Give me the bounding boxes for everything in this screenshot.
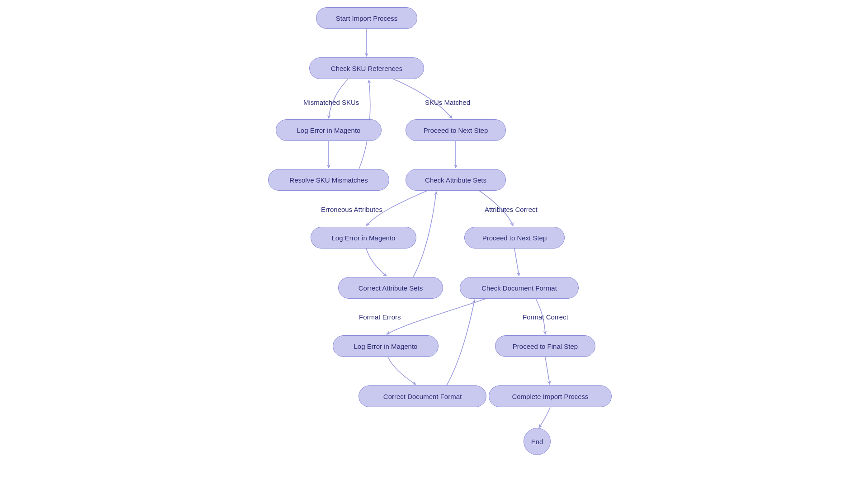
edge-complete-to-end	[539, 407, 550, 428]
node-resolve-sku[interactable]: Resolve SKU Mismatches	[268, 169, 389, 191]
node-correct-doc[interactable]: Correct Document Format	[359, 385, 486, 407]
node-label: Log Error in Magento	[332, 234, 396, 242]
edge-proceed-final-to-complete	[545, 357, 550, 385]
node-label: Proceed to Next Step	[482, 234, 547, 242]
flowchart-arrows	[0, 0, 868, 488]
node-label: Log Error in Magento	[354, 343, 418, 350]
node-label: Check SKU References	[331, 65, 402, 72]
node-label: Check Document Format	[481, 284, 557, 292]
node-log-error-3[interactable]: Log Error in Magento	[333, 335, 439, 357]
node-proceed-2[interactable]: Proceed to Next Step	[464, 227, 565, 249]
edge-label-erroneous-attributes: Erroneous Attributes	[321, 206, 382, 213]
node-check-attr[interactable]: Check Attribute Sets	[406, 169, 506, 191]
node-log-error-2[interactable]: Log Error in Magento	[311, 227, 416, 249]
node-check-sku[interactable]: Check SKU References	[309, 57, 424, 79]
edge-correct-doc-to-check-doc	[447, 300, 475, 385]
node-label: Complete Import Process	[512, 393, 588, 400]
node-proceed-final[interactable]: Proceed to Final Step	[495, 335, 595, 357]
node-complete-import[interactable]: Complete Import Process	[489, 385, 612, 407]
node-label: Start Import Process	[336, 14, 398, 22]
node-check-doc[interactable]: Check Document Format	[460, 277, 579, 299]
node-label: Proceed to Next Step	[424, 127, 488, 134]
node-label: Check Attribute Sets	[425, 176, 486, 184]
node-label: Log Error in Magento	[297, 127, 361, 134]
node-label: Proceed to Final Step	[513, 343, 578, 350]
node-start-import[interactable]: Start Import Process	[316, 7, 417, 29]
node-proceed-1[interactable]: Proceed to Next Step	[406, 119, 506, 141]
node-label: Correct Attribute Sets	[359, 284, 423, 292]
node-log-error-1[interactable]: Log Error in Magento	[276, 119, 382, 141]
edge-label-format-errors: Format Errors	[359, 313, 401, 321]
edge-label-attributes-correct: Attributes Correct	[485, 206, 538, 213]
edge-log-2-to-correct-attr	[366, 249, 387, 276]
edge-label-skus-matched: SKUs Matched	[425, 99, 470, 106]
edge-label-format-correct: Format Correct	[523, 313, 568, 321]
node-label: Resolve SKU Mismatches	[289, 176, 368, 184]
node-end[interactable]: End	[524, 428, 551, 455]
node-correct-attr[interactable]: Correct Attribute Sets	[338, 277, 443, 299]
node-label: End	[531, 438, 543, 446]
node-label: Correct Document Format	[383, 393, 462, 400]
edge-proceed-2-to-check-doc	[514, 249, 519, 276]
edge-correct-attr-to-check-attr	[413, 192, 436, 277]
edge-label-mismatched-skus: Mismatched SKUs	[303, 99, 359, 106]
edge-log-3-to-correct-doc	[388, 357, 416, 385]
